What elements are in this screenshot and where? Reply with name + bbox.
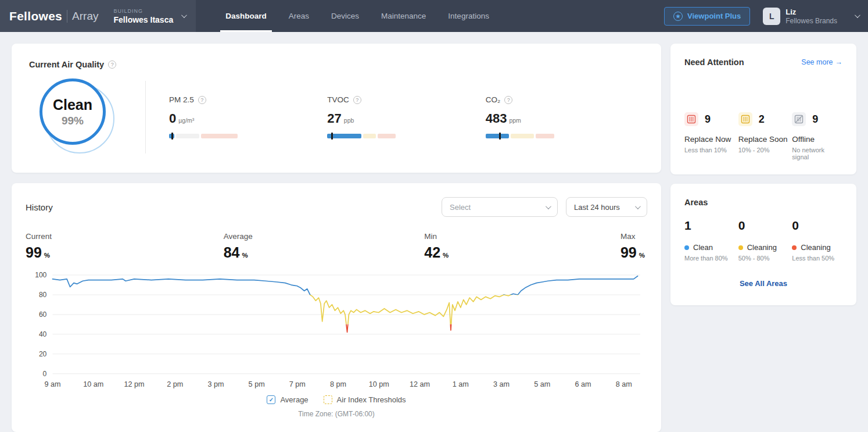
nav-item-devices[interactable]: Devices <box>320 0 370 32</box>
navbar-right-section: ★ Viewpoint Plus L Liz Fellowes Brands <box>664 0 868 32</box>
stat-current-label: Current <box>26 232 52 241</box>
fellowes-logo: Fellowes <box>9 9 62 23</box>
areas-card: Areas 1 Clean More than 80% 0 Cleaning <box>670 184 856 305</box>
metric-tvoc-unit: ppb <box>344 117 354 124</box>
metric-pm25-unit: µg/m³ <box>178 117 194 124</box>
svg-text:12 pm: 12 pm <box>124 380 144 388</box>
svg-text:9 am: 9 am <box>44 380 60 388</box>
attention-offline[interactable]: 9 Offline No network signal <box>792 112 842 160</box>
stat-max: Max 99 % <box>620 232 645 261</box>
user-menu[interactable]: L Liz Fellowes Brands <box>763 8 859 25</box>
stat-min-label: Min <box>424 232 449 241</box>
attention-sublabel: Less than 10% <box>684 147 735 153</box>
nav-item-areas[interactable]: Areas <box>278 0 320 32</box>
chevron-down-icon <box>635 203 641 209</box>
svg-text:80: 80 <box>39 291 47 299</box>
metric-pm25-bar <box>169 134 238 138</box>
area-sublabel: Less than 50% <box>792 255 842 262</box>
need-attention-title: Need Attention <box>684 58 744 67</box>
svg-text:60: 60 <box>39 310 47 319</box>
attention-label: Replace Soon <box>738 135 789 144</box>
stat-current-value: 99 <box>26 244 42 261</box>
svg-text:0: 0 <box>43 370 47 378</box>
chart-legend: ✓ Average Air Index Thresholds <box>26 395 647 404</box>
svg-text:2 pm: 2 pm <box>167 380 183 388</box>
timezone-note: Time Zone: (GMT-06:00) <box>26 410 647 418</box>
metric-co2-unit: ppm <box>509 117 521 124</box>
help-icon[interactable]: ? <box>504 96 512 104</box>
metric-tvoc-label: TVOC <box>327 95 349 104</box>
clean-dot-icon <box>684 245 689 250</box>
see-more-link[interactable]: See more → <box>801 58 842 66</box>
stat-average: Average 84 % <box>224 232 253 261</box>
metric-pm25-value: 0 <box>169 111 176 126</box>
stat-min-value: 42 <box>424 244 440 261</box>
gauge-value: 99% <box>62 115 84 127</box>
history-card: History Select Last 24 hours Current <box>12 183 661 432</box>
area-label: Cleaning <box>801 243 830 252</box>
chevron-down-icon <box>546 203 551 209</box>
nav-item-dashboard[interactable]: Dashboard <box>214 0 278 32</box>
cleaning-dot-icon <box>738 245 743 250</box>
stat-min-unit: % <box>443 252 449 259</box>
stat-min: Min 42 % <box>424 232 449 261</box>
areas-summary: 1 Clean More than 80% 0 Cleaning 50% - 8… <box>684 219 842 262</box>
legend-average-label: Average <box>280 395 308 404</box>
device-offline-icon <box>792 112 806 126</box>
svg-text:40: 40 <box>39 330 47 338</box>
legend-average[interactable]: ✓ Average <box>267 395 308 404</box>
stat-current: Current 99 % <box>26 232 52 261</box>
stat-max-value: 99 <box>620 244 637 261</box>
avatar: L <box>763 8 780 25</box>
svg-text:20: 20 <box>39 350 47 358</box>
attention-replace-now[interactable]: 9 Replace Now Less than 10% <box>684 112 735 160</box>
current-air-quality-card: Current Air Quality ? Clean 99% PM 2.5 <box>12 44 661 173</box>
stat-max-label: Max <box>620 232 645 241</box>
help-icon[interactable]: ? <box>353 96 361 104</box>
nav-item-integrations[interactable]: Integrations <box>437 0 500 32</box>
attention-count: 2 <box>759 113 765 126</box>
air-quality-title: Current Air Quality <box>29 60 104 69</box>
attention-count: 9 <box>812 113 818 126</box>
time-range-value: Last 24 hours <box>574 203 620 212</box>
legend-air-index-thresholds[interactable]: Air Index Thresholds <box>324 395 406 404</box>
nav-item-maintenance[interactable]: Maintenance <box>370 0 437 32</box>
svg-text:7 pm: 7 pm <box>289 380 306 388</box>
viewpoint-plus-button[interactable]: ★ Viewpoint Plus <box>664 7 750 26</box>
cleaning-low-dot-icon <box>792 245 797 250</box>
filter-replace-now-icon <box>684 112 698 126</box>
need-attention-card: Need Attention See more → 9 Replace Now … <box>670 44 856 174</box>
metric-select-value: Select <box>450 203 471 212</box>
metric-pm25: PM 2.5 ? 0 µg/m³ <box>169 95 327 138</box>
check-icon: ✓ <box>269 397 274 403</box>
svg-text:3 pm: 3 pm <box>207 380 224 388</box>
building-label: BUILDING <box>114 8 174 14</box>
area-sublabel: 50% - 80% <box>738 255 789 262</box>
help-icon[interactable]: ? <box>198 96 206 104</box>
time-range-select[interactable]: Last 24 hours <box>566 197 647 217</box>
areas-title: Areas <box>684 198 708 207</box>
gauge-inner-ring: Clean 99% <box>40 78 106 145</box>
stat-current-unit: % <box>44 252 50 259</box>
attention-label: Offline <box>792 135 842 144</box>
metric-co2-bar <box>486 134 554 138</box>
area-clean: 1 Clean More than 80% <box>684 219 735 262</box>
area-label: Clean <box>693 243 713 252</box>
svg-text:8 pm: 8 pm <box>330 380 346 388</box>
area-label: Cleaning <box>747 243 777 252</box>
see-all-areas-link[interactable]: See All Areas <box>684 279 842 288</box>
area-sublabel: More than 80% <box>684 255 735 262</box>
stat-average-label: Average <box>224 232 253 241</box>
attention-count: 9 <box>705 113 711 126</box>
average-checkbox[interactable]: ✓ <box>267 395 275 404</box>
attention-replace-soon[interactable]: 2 Replace Soon 10% - 20% <box>738 112 789 160</box>
metric-select[interactable]: Select <box>442 197 558 217</box>
svg-text:100: 100 <box>35 271 46 279</box>
help-icon[interactable]: ? <box>108 60 116 69</box>
building-selector[interactable]: BUILDING Fellowes Itasca <box>114 8 186 24</box>
area-cleaning-low: 0 Cleaning Less than 50% <box>792 219 842 262</box>
legend-thresholds-label: Air Index Thresholds <box>337 395 406 404</box>
svg-text:1 am: 1 am <box>453 380 469 388</box>
see-more-label: See more <box>801 58 833 66</box>
array-logo: Array <box>67 10 98 23</box>
